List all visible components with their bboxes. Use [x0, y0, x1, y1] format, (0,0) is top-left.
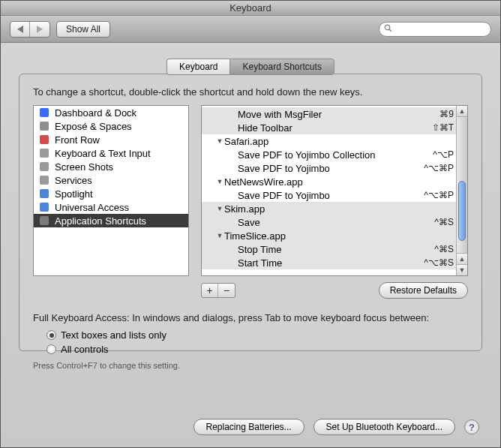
toolbar: Show All [1, 16, 500, 43]
tree-item[interactable]: Save PDF to Yojimbo Collection^⌥P [202, 148, 467, 161]
disclosure-triangle-icon[interactable]: ▼ [215, 232, 224, 239]
expose-icon [38, 120, 50, 132]
triangle-right-icon [37, 26, 43, 33]
tree-label: TimeSlice.app [224, 230, 454, 242]
shortcut-text: ^⌥⌘P [424, 190, 454, 200]
sidebar-item-label: Keyboard & Text Input [55, 148, 151, 159]
shortcut-text: ⌘9 [440, 109, 454, 119]
frontrow-icon [38, 134, 50, 146]
category-list[interactable]: Dashboard & DockExposé & SpacesFront Row… [33, 105, 189, 276]
search-input[interactable] [395, 25, 499, 34]
svg-rect-8 [40, 162, 49, 171]
disclosure-triangle-icon[interactable]: ▼ [215, 137, 224, 145]
disclosure-triangle-icon[interactable]: ▼ [215, 178, 224, 185]
sidebar-item-label: Screen Shots [55, 161, 113, 173]
add-button[interactable]: + [202, 284, 218, 297]
sidebar-item[interactable]: Services [34, 173, 188, 187]
help-button[interactable]: ? [464, 419, 479, 434]
tree-item[interactable]: Save^⌘S [202, 215, 467, 229]
restore-defaults-button[interactable]: Restore Defaults [379, 282, 468, 299]
tree-label: Safari.app [224, 136, 454, 147]
radio-allcontrols[interactable]: All controls [46, 342, 468, 356]
sidebar-item[interactable]: Dashboard & Dock [34, 106, 188, 119]
disclosure-triangle-icon[interactable]: ▼ [215, 205, 224, 212]
tree-item[interactable]: Save PDF to Yojimbo^⌥⌘P [202, 188, 467, 202]
scrollbar[interactable]: ▲ ▲ ▼ [456, 106, 467, 275]
triangle-left-icon [17, 26, 23, 33]
tree-label: Save PDF to Yojimbo [238, 190, 424, 201]
sidebar-item-label: Front Row [55, 134, 100, 146]
sidebar-item[interactable]: Exposé & Spaces [34, 119, 188, 133]
radio-dot-icon [46, 330, 56, 340]
sidebar-item-label: Services [55, 175, 92, 186]
tree-group[interactable]: ▼NetNewsWire.app [202, 175, 467, 188]
svg-point-2 [385, 25, 389, 29]
scroll-down-arrow[interactable]: ▼ [457, 264, 467, 275]
scroll-thumb[interactable] [458, 181, 466, 241]
shortcut-text: ^⌥⌘S [424, 257, 454, 268]
sidebar-item[interactable]: Keyboard & Text Input [34, 146, 188, 160]
radio-dot-icon [46, 344, 56, 354]
tree-label: Skim.app [224, 203, 454, 215]
sidebar-item[interactable]: Application Shortcuts [34, 214, 188, 227]
search-field[interactable] [379, 22, 491, 37]
tree-label: NetNewsWire.app [224, 176, 454, 188]
show-all-label: Show All [66, 24, 100, 35]
tab-keyboard[interactable]: Keyboard [166, 59, 230, 75]
svg-line-3 [389, 29, 392, 32]
two-column: Dashboard & DockExposé & SpacesFront Row… [33, 105, 468, 276]
sidebar-item[interactable]: Spotlight [34, 187, 188, 200]
shortcut-text: ^⌥⌘P [424, 163, 454, 173]
tree-item[interactable]: Move with MsgFiler⌘9 [202, 107, 467, 121]
sidebar-item[interactable]: Screen Shots [34, 160, 188, 173]
sidebar-item-label: Spotlight [55, 188, 93, 200]
footer-buttons: Replacing Batteries... Set Up Bluetooth … [1, 419, 500, 435]
search-icon [384, 24, 392, 34]
replacing-batteries-button[interactable]: Replacing Batteries... [194, 419, 304, 435]
screenshot-icon [38, 161, 50, 173]
fka-radio-group: Text boxes and lists only All controls [46, 328, 468, 356]
tree-group[interactable]: ▼Skim.app [202, 202, 467, 215]
spotlight-icon [38, 188, 50, 200]
bluetooth-keyboard-button[interactable]: Set Up Bluetooth Keyboard... [314, 419, 455, 435]
svg-rect-5 [40, 122, 49, 131]
shortcut-text: ^⌘S [434, 217, 454, 227]
sidebar-item[interactable]: Universal Access [34, 200, 188, 214]
sidebar-item[interactable]: Front Row [34, 133, 188, 146]
tree-label: Save PDF to Yojimbo Collection [238, 149, 433, 161]
sidebar-item-label: Dashboard & Dock [55, 107, 136, 119]
tree-label: Move with MsgFiler [238, 109, 440, 120]
tab-keyboard-shortcuts[interactable]: Keyboard Shortcuts [230, 59, 334, 75]
tree-item[interactable]: Save PDF to Yojimbo^⌥⌘P [202, 161, 467, 175]
forward-button[interactable] [30, 22, 50, 37]
appshortcuts-icon [38, 215, 50, 227]
shortcut-tree[interactable]: Move with MsgFiler⌘9Hide Toolbar⇧⌘T▼Safa… [201, 105, 468, 276]
tree-item[interactable]: Stop Time^⌘S [202, 242, 467, 256]
scroll-up-arrow[interactable]: ▲ [457, 106, 467, 117]
svg-rect-11 [40, 203, 49, 212]
radio-textboxes[interactable]: Text boxes and lists only [46, 328, 468, 342]
fka-hint: Press Control+F7 to change this setting. [33, 361, 468, 370]
tree-label: Save PDF to Yojimbo [238, 163, 424, 174]
shortcut-text: ⇧⌘T [432, 122, 454, 133]
keyboard-icon [38, 147, 50, 159]
scroll-up2-arrow[interactable]: ▲ [457, 253, 467, 264]
back-button[interactable] [10, 22, 30, 37]
shortcut-text: ^⌥P [433, 149, 454, 160]
tree-group[interactable]: ▼TimeSlice.app [202, 229, 467, 242]
tree-group[interactable]: ▼Safari.app [202, 134, 467, 148]
services-icon [38, 174, 50, 186]
content-area: Keyboard Keyboard Shortcuts To change a … [1, 43, 500, 447]
svg-rect-6 [40, 135, 49, 144]
window-titlebar: Keyboard [1, 1, 500, 16]
svg-rect-7 [40, 149, 49, 158]
window-title: Keyboard [230, 2, 272, 14]
remove-button[interactable]: − [218, 284, 235, 297]
tree-label: Hide Toolbar [238, 122, 432, 134]
tree-item[interactable]: Hide Toolbar⇧⌘T [202, 121, 467, 134]
add-remove: + − [201, 283, 236, 298]
instruction-text: To change a shortcut, double-click the s… [33, 86, 468, 98]
show-all-button[interactable]: Show All [56, 21, 110, 38]
tree-item[interactable]: Start Time^⌥⌘S [202, 256, 467, 269]
svg-marker-1 [37, 26, 43, 33]
